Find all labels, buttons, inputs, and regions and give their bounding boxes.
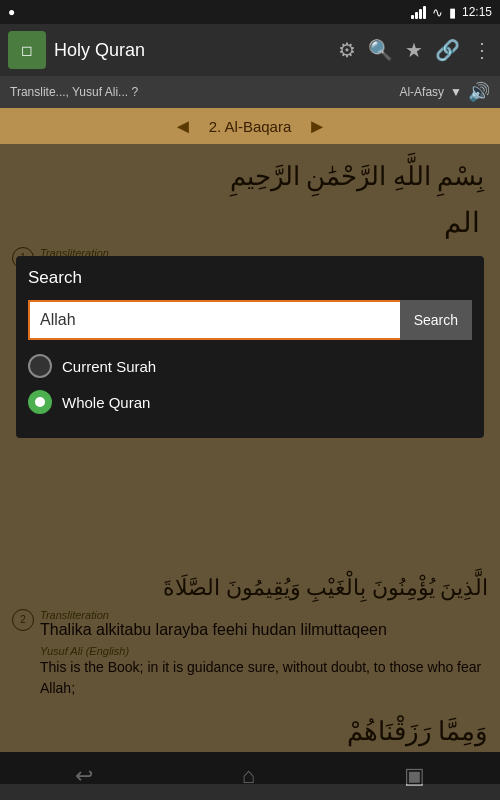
signal-bar-4 [423, 6, 426, 19]
current-surah-option[interactable]: Current Surah [28, 354, 472, 378]
sub-bar-right: Al-Afasy ▼ 🔊 [399, 81, 490, 103]
signal-bar-1 [411, 15, 414, 19]
status-bar: ● ∿ ▮ 12:15 [0, 0, 500, 24]
more-icon[interactable]: ⋮ [472, 38, 492, 62]
wifi-icon: ∿ [432, 5, 443, 20]
reciter-dropdown-icon[interactable]: ▼ [450, 85, 462, 99]
search-button[interactable]: Search [400, 300, 472, 340]
settings-icon[interactable]: ⚙ [338, 38, 356, 62]
search-toolbar-icon[interactable]: 🔍 [368, 38, 393, 62]
whole-quran-label: Whole Quran [62, 394, 150, 411]
battery-icon: ▮ [449, 5, 456, 20]
status-right: ∿ ▮ 12:15 [411, 5, 492, 20]
dialog-overlay [0, 144, 500, 784]
current-surah-radio[interactable] [28, 354, 52, 378]
app-title: Holy Quran [54, 40, 330, 61]
whole-quran-radio[interactable] [28, 390, 52, 414]
search-dialog-title: Search [28, 268, 472, 288]
signal-bar-2 [415, 12, 418, 19]
notification-icon: ● [8, 5, 15, 19]
current-surah-label: Current Surah [62, 358, 156, 375]
speaker-icon[interactable]: 🔊 [468, 81, 490, 103]
search-input[interactable] [28, 300, 400, 340]
bookmark-icon[interactable]: ★ [405, 38, 423, 62]
sub-bar: Translite..., Yusuf Ali... ? Al-Afasy ▼ … [0, 76, 500, 108]
app-bar: ◻ Holy Quran ⚙ 🔍 ★ 🔗 ⋮ [0, 24, 500, 76]
next-surah-button[interactable]: ► [307, 115, 327, 138]
reciter-label[interactable]: Al-Afasy [399, 85, 444, 99]
nav-bar: ◄ 2. Al-Baqara ► [0, 108, 500, 144]
search-input-row: Search [28, 300, 472, 340]
prev-surah-button[interactable]: ◄ [173, 115, 193, 138]
radio-inner-dot [35, 397, 45, 407]
main-content: بِسْمِ اللَّهِ الرَّحْمَٰنِ الرَّحِيمِ ا… [0, 144, 500, 784]
signal-bars [411, 5, 426, 19]
status-time: 12:15 [462, 5, 492, 19]
status-left: ● [8, 5, 19, 19]
sub-bar-left: Translite..., Yusuf Ali... ? [10, 85, 138, 99]
share-icon[interactable]: 🔗 [435, 38, 460, 62]
whole-quran-option[interactable]: Whole Quran [28, 390, 472, 414]
sub-bar-question: ? [131, 85, 138, 99]
app-icon: ◻ [8, 31, 46, 69]
sub-bar-transliteration: Translite..., Yusuf Ali... [10, 85, 128, 99]
quran-icon: ◻ [21, 42, 33, 58]
search-dialog: Search Search Current Surah Whole Quran [16, 256, 484, 438]
toolbar-icons: ⚙ 🔍 ★ 🔗 ⋮ [338, 38, 492, 62]
signal-bar-3 [419, 9, 422, 19]
surah-title: 2. Al-Baqara [209, 118, 292, 135]
